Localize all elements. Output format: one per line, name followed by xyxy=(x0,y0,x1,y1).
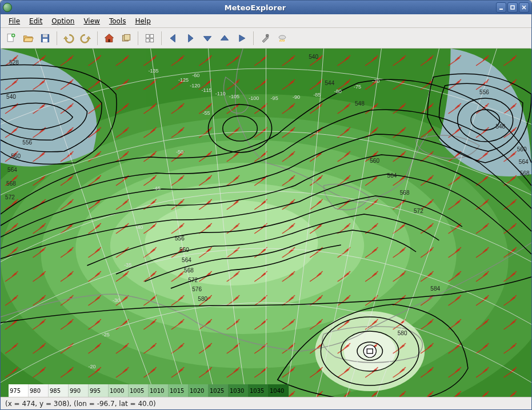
svg-rect-14 xyxy=(146,38,149,42)
close-button[interactable] xyxy=(519,2,529,13)
contour-label: 556 xyxy=(22,139,32,146)
contour-label: 568 xyxy=(520,170,530,176)
contour-label: 572 xyxy=(414,208,423,214)
undo-button[interactable] xyxy=(61,30,77,46)
new-button[interactable] xyxy=(3,30,19,46)
contour-label: 564 xyxy=(182,257,191,263)
svg-text:-75: -75 xyxy=(354,84,361,90)
menu-edit[interactable]: Edit xyxy=(25,15,47,27)
svg-text:-50: -50 xyxy=(176,149,183,155)
minimize-button[interactable] xyxy=(496,2,506,13)
contour-label: 572 xyxy=(188,277,198,283)
svg-text:-105: -105 xyxy=(229,94,239,99)
down-button[interactable] xyxy=(199,30,215,46)
contour-label: 556 xyxy=(479,89,489,95)
svg-rect-12 xyxy=(146,34,149,38)
menu-file[interactable]: File xyxy=(4,15,25,27)
contour-label: 548 xyxy=(495,123,505,130)
storm-marker xyxy=(363,345,376,357)
svg-rect-15 xyxy=(150,38,154,42)
save-button[interactable] xyxy=(37,30,53,46)
contour-label: 580 xyxy=(198,296,207,302)
svg-text:-100: -100 xyxy=(249,95,259,101)
menu-help[interactable]: Help xyxy=(130,15,155,27)
contour-label: 544 xyxy=(325,80,334,86)
menu-view[interactable]: View xyxy=(79,15,104,27)
next-button[interactable] xyxy=(182,30,198,46)
contour-label: 568 xyxy=(400,190,410,196)
contour-label: 568 xyxy=(6,180,16,187)
separator xyxy=(161,31,162,45)
open-button[interactable] xyxy=(20,30,36,46)
status-coordinates: (x = 474, y = 308), (lon = -96.7, lat = … xyxy=(5,400,156,408)
contour-label: 584 xyxy=(430,286,440,292)
contour-label: 560 xyxy=(517,146,527,152)
legend-cell: 990 xyxy=(69,384,89,397)
menubar: File Edit Option View Tools Help xyxy=(1,14,531,28)
menu-option[interactable]: Option xyxy=(47,15,79,27)
contour-label: 560 xyxy=(370,158,379,164)
app-icon xyxy=(3,3,12,12)
contour-label: 540 xyxy=(6,94,16,100)
contour-label: 572 xyxy=(5,194,15,200)
redo-button[interactable] xyxy=(78,30,94,46)
contour-label: 548 xyxy=(355,101,365,107)
svg-rect-7 xyxy=(43,34,47,37)
grid-button[interactable] xyxy=(142,30,158,46)
legend-cell: 1000 xyxy=(109,384,129,397)
contour-label: 564 xyxy=(387,172,397,179)
legend-cell: 1010 xyxy=(149,384,169,397)
svg-text:-35: -35 xyxy=(124,262,131,268)
svg-rect-9 xyxy=(108,39,110,42)
svg-text:-40: -40 xyxy=(135,224,143,230)
svg-point-17 xyxy=(279,35,286,39)
separator xyxy=(138,31,138,45)
svg-rect-1 xyxy=(511,6,514,9)
legend-cell: 1005 xyxy=(129,384,149,397)
weather-button[interactable] xyxy=(274,30,290,46)
legend-cell: 995 xyxy=(89,384,109,397)
legend-cell: 1020 xyxy=(189,384,209,397)
contour-label: 564 xyxy=(519,159,529,165)
application-window: MeteoExplorer File Edit Option View Tool… xyxy=(0,0,532,410)
svg-text:-80: -80 xyxy=(334,89,342,94)
svg-rect-13 xyxy=(150,34,154,38)
separator xyxy=(253,31,254,45)
svg-rect-8 xyxy=(43,38,47,42)
legend-cell: 975 xyxy=(9,384,29,397)
contour-label: 576 xyxy=(192,286,202,292)
legend-cell: 985 xyxy=(49,384,69,397)
window-controls xyxy=(496,2,529,13)
contour-label: 560 xyxy=(11,153,21,159)
svg-text:-85: -85 xyxy=(313,92,321,98)
svg-text:-60: -60 xyxy=(192,73,199,78)
home-button[interactable] xyxy=(101,30,117,46)
contour-label: 556 xyxy=(175,235,185,242)
svg-text:-55: -55 xyxy=(202,110,210,116)
maximize-button[interactable] xyxy=(507,2,518,13)
svg-point-57 xyxy=(363,345,376,357)
window-title: MeteoExplorer xyxy=(14,3,496,12)
legend-cell: 1040 xyxy=(269,384,289,397)
map-viewport[interactable]: 528 540 556 560 564 568 572 556 560 564 … xyxy=(1,49,531,397)
svg-text:-70: -70 xyxy=(372,78,379,84)
contour-label: 540 xyxy=(309,54,318,60)
color-legend: 9759809859909951000100510101015102010251… xyxy=(9,384,289,397)
settings-button[interactable] xyxy=(257,30,273,46)
svg-text:-135: -135 xyxy=(149,68,159,74)
play-button[interactable] xyxy=(234,30,250,46)
menu-tools[interactable]: Tools xyxy=(105,15,131,27)
svg-rect-16 xyxy=(266,34,269,37)
legend-cell: 1025 xyxy=(209,384,229,397)
up-button[interactable] xyxy=(217,30,233,46)
svg-text:-120: -120 xyxy=(190,83,200,89)
svg-rect-11 xyxy=(125,34,130,40)
contour-label: 564 xyxy=(7,167,17,173)
weather-map: 528 540 556 560 564 568 572 556 560 564 … xyxy=(1,49,531,397)
layers-button[interactable] xyxy=(118,30,134,46)
contour-label: 568 xyxy=(184,267,194,274)
legend-cell: 1015 xyxy=(169,384,189,397)
prev-button[interactable] xyxy=(165,30,181,46)
svg-text:-125: -125 xyxy=(178,77,189,83)
svg-text:-20: -20 xyxy=(88,364,95,369)
